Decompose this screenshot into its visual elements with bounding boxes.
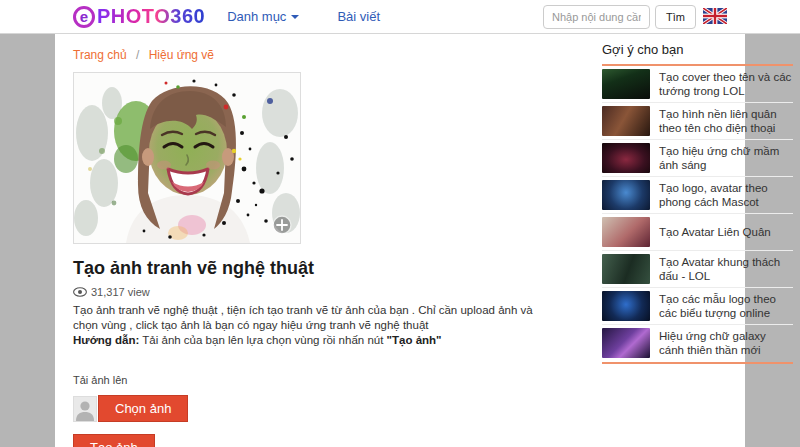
instruction-label: Hướng dẫn: — [73, 334, 139, 346]
thumbnail-lol-cover — [602, 69, 650, 99]
site-logo[interactable]: e PHOTO360 — [73, 5, 205, 28]
top-header: e PHOTO360 Danh mục Bài viết Tìm — [0, 0, 800, 34]
thumbnail-online-logo — [602, 291, 650, 321]
effect-preview-image — [73, 72, 301, 244]
search-button[interactable]: Tìm — [655, 5, 696, 29]
suggestions-sidebar: Gợi ý cho bạn Tạo cover theo tên và các … — [602, 42, 793, 364]
logo-text: PHOTO360 — [97, 5, 205, 28]
upload-thumbnail-placeholder — [73, 396, 97, 422]
breadcrumb-current[interactable]: Hiệu ứng vẽ — [149, 48, 214, 62]
eye-icon — [73, 287, 87, 297]
zoom-plus-icon — [273, 216, 291, 234]
create-image-button[interactable]: Tạo ảnh — [73, 434, 155, 447]
nav-articles[interactable]: Bài viết — [337, 9, 380, 24]
language-flag-icon[interactable] — [703, 8, 727, 24]
page-title: Tạo ảnh tranh vẽ nghệ thuật — [73, 258, 541, 279]
chevron-down-icon — [291, 15, 299, 19]
thumbnail-galaxy-text — [602, 328, 650, 358]
effect-description: Tạo ảnh tranh vẽ nghệ thuật , tiện ích t… — [73, 303, 541, 348]
nav-categories[interactable]: Danh mục — [227, 9, 299, 24]
sidebar-item-online-logo[interactable]: Tạo các mẫu logo theo các biểu tượng onl… — [602, 288, 793, 325]
effect-main-column: Tạo ảnh tranh vẽ nghệ thuật 31,317 view … — [73, 72, 541, 447]
sidebar-item-lienquan-wallpaper[interactable]: Tạo hình nền liên quân theo tên cho điện… — [602, 103, 793, 140]
sidebar-item-lol-cover[interactable]: Tạo cover theo tên và các tướng trong LO… — [602, 66, 793, 103]
sidebar-list: Tạo cover theo tên và các tướng trong LO… — [602, 66, 793, 361]
instruction-button-ref: "Tạo ảnh" — [387, 334, 442, 346]
main-nav: Danh mục Bài viết — [227, 9, 380, 24]
search-input[interactable] — [543, 5, 650, 29]
upload-row: Chọn ảnh — [73, 395, 541, 422]
page-background: Trang chủ / Hiệu ứng vẽ — [0, 34, 800, 447]
sidebar-rule-bottom — [602, 362, 793, 364]
sidebar-item-challenger-frame[interactable]: Tạo Avatar khung thách đấu - LOL — [602, 251, 793, 288]
breadcrumb-home[interactable]: Trang chủ — [73, 48, 127, 62]
sidebar-item-mascot-logo[interactable]: Tạo logo, avatar theo phong cách Mascot — [602, 177, 793, 214]
view-count: 31,317 view — [73, 286, 541, 298]
sidebar-item-galaxy-text[interactable]: Hiệu ứng chữ galaxy cánh thiên thần mới — [602, 325, 793, 361]
breadcrumb-separator: / — [136, 48, 139, 62]
thumbnail-mascot-logo — [602, 180, 650, 210]
search-area: Tìm — [543, 5, 696, 29]
logo-e-icon: e — [73, 6, 95, 28]
person-icon — [75, 399, 95, 421]
thumbnail-lienquan-avatar — [602, 217, 650, 247]
sidebar-title: Gợi ý cho bạn — [602, 42, 793, 64]
content-container: Trang chủ / Hiệu ứng vẽ — [55, 34, 745, 447]
thumbnail-lienquan-wallpaper — [602, 106, 650, 136]
upload-label: Tải ảnh lên — [73, 374, 541, 386]
sidebar-item-light-text-effect[interactable]: Tạo hiệu ứng chữ mầm ánh sáng — [602, 140, 793, 177]
thumbnail-light-text-effect — [602, 143, 650, 173]
choose-image-button[interactable]: Chọn ảnh — [98, 395, 188, 422]
sidebar-item-lienquan-avatar[interactable]: Tạo Avatar Liên Quân — [602, 214, 793, 251]
thumbnail-challenger-frame — [602, 254, 650, 284]
